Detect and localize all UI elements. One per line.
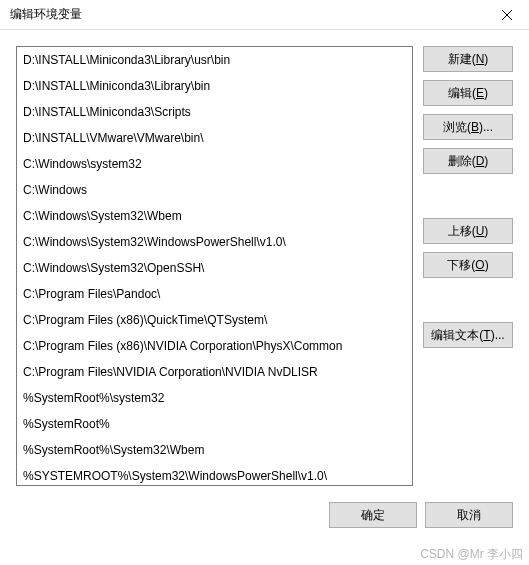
movedown-button[interactable]: 下移(O) bbox=[423, 252, 513, 278]
list-item[interactable]: C:\Windows\System32\WindowsPowerShell\v1… bbox=[17, 229, 412, 255]
list-item[interactable]: C:\Windows\System32\Wbem bbox=[17, 203, 412, 229]
footer: 确定 取消 bbox=[0, 486, 529, 544]
list-item[interactable]: C:\Program Files (x86)\QuickTime\QTSyste… bbox=[17, 307, 412, 333]
list-item[interactable]: C:\Windows bbox=[17, 177, 412, 203]
list-item[interactable]: C:\Program Files\NVIDIA Corporation\NVID… bbox=[17, 359, 412, 385]
titlebar: 编辑环境变量 bbox=[0, 0, 529, 30]
window-title: 编辑环境变量 bbox=[10, 6, 484, 23]
close-button[interactable] bbox=[484, 0, 529, 30]
content-area: D:\INSTALL\Miniconda3\Library\usr\binD:\… bbox=[0, 30, 529, 486]
list-item[interactable]: %SystemRoot%\System32\Wbem bbox=[17, 437, 412, 463]
list-item[interactable]: C:\Program Files\Pandoc\ bbox=[17, 281, 412, 307]
list-item[interactable]: D:\INSTALL\VMware\VMware\bin\ bbox=[17, 125, 412, 151]
edit-button[interactable]: 编辑(E) bbox=[423, 80, 513, 106]
new-button[interactable]: 新建(N) bbox=[423, 46, 513, 72]
list-item[interactable]: %SystemRoot%\system32 bbox=[17, 385, 412, 411]
list-item[interactable]: %SYSTEMROOT%\System32\WindowsPowerShell\… bbox=[17, 463, 412, 486]
list-item[interactable]: D:\INSTALL\Miniconda3\Library\usr\bin bbox=[17, 47, 412, 73]
list-item[interactable]: C:\Program Files (x86)\NVIDIA Corporatio… bbox=[17, 333, 412, 359]
list-item[interactable]: D:\INSTALL\Miniconda3\Scripts bbox=[17, 99, 412, 125]
delete-button[interactable]: 删除(D) bbox=[423, 148, 513, 174]
edittext-button[interactable]: 编辑文本(T)... bbox=[423, 322, 513, 348]
close-icon bbox=[502, 10, 512, 20]
ok-button[interactable]: 确定 bbox=[329, 502, 417, 528]
path-listbox[interactable]: D:\INSTALL\Miniconda3\Library\usr\binD:\… bbox=[16, 46, 413, 486]
list-item[interactable]: C:\Windows\System32\OpenSSH\ bbox=[17, 255, 412, 281]
side-button-panel: 新建(N) 编辑(E) 浏览(B)... 删除(D) 上移(U) 下移(O) 编… bbox=[423, 46, 513, 486]
moveup-button[interactable]: 上移(U) bbox=[423, 218, 513, 244]
list-item[interactable]: D:\INSTALL\Miniconda3\Library\bin bbox=[17, 73, 412, 99]
watermark: CSDN @Mr 李小四 bbox=[420, 546, 523, 563]
list-item[interactable]: C:\Windows\system32 bbox=[17, 151, 412, 177]
list-item[interactable]: %SystemRoot% bbox=[17, 411, 412, 437]
cancel-button[interactable]: 取消 bbox=[425, 502, 513, 528]
browse-button[interactable]: 浏览(B)... bbox=[423, 114, 513, 140]
